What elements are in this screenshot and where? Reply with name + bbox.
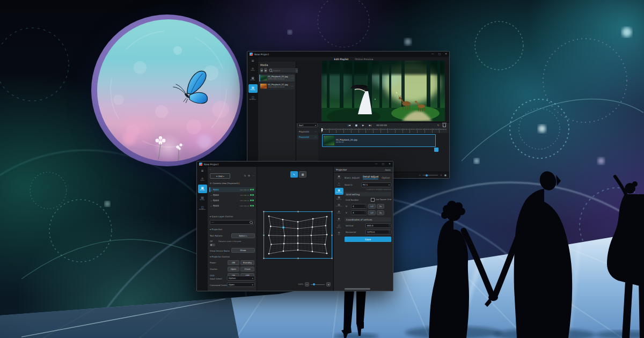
maximize-button[interactable]: □ (382, 163, 384, 166)
selection-rect[interactable] (264, 211, 332, 259)
rail-item-geometry[interactable]: ▦Geometry (335, 188, 343, 195)
collapse-dash-icon[interactable]: — (314, 130, 317, 133)
mesh-vertex[interactable] (312, 251, 313, 253)
mesh-vertex[interactable] (283, 243, 285, 245)
show-device-button[interactable]: Show (231, 248, 255, 253)
fit-view-icon[interactable]: ▣ (444, 174, 447, 177)
save-button[interactable]: Save (345, 237, 391, 242)
v-half-button[interactable]: 1/2 (368, 210, 376, 215)
menu-icon[interactable]: ≡ (251, 58, 254, 62)
clip-end-handle[interactable] (434, 148, 438, 152)
mesh-vertex[interactable] (312, 226, 313, 228)
command-control-dropdown[interactable]: Open▸ (227, 282, 255, 287)
mesh-vertex[interactable] (311, 243, 313, 245)
maximize-button[interactable]: □ (438, 53, 441, 56)
more-icon[interactable]: ⋯ (291, 85, 294, 87)
device-row[interactable]: ▭PJ001192.168.0.8 (209, 187, 255, 192)
playhead[interactable] (321, 128, 323, 131)
mesh-vertex[interactable] (297, 228, 299, 230)
rail-item-masking[interactable]: ▩Masking (335, 195, 343, 202)
sidebar-item-replay[interactable]: ▤Replay (248, 84, 258, 93)
more-icon[interactable]: ⋯ (252, 174, 254, 177)
close-button[interactable]: ✕ (389, 163, 391, 166)
control-button-on[interactable]: ON (228, 260, 239, 265)
mesh-vertex[interactable] (283, 251, 284, 252)
pattern-toggle[interactable] (210, 244, 215, 246)
rail-item-test[interactable]: ⊞Test (335, 231, 343, 238)
h-double-button[interactable]: 2x (377, 204, 384, 209)
h-half-button[interactable]: 1/2 (368, 204, 376, 209)
skip-back-button[interactable]: |◀ (348, 124, 350, 127)
mesh-vertex[interactable] (312, 218, 314, 220)
canvas-zoom-in-button[interactable]: + (326, 282, 331, 286)
skip-forward-button[interactable]: ▶| (369, 124, 371, 127)
media-list-view-button[interactable]: ≡ (264, 68, 267, 72)
mesh-vertex[interactable] (297, 235, 299, 237)
projector-control-header[interactable]: ▾ Projector Control (210, 255, 230, 258)
menu-icon[interactable]: ≡ (201, 168, 203, 172)
media-grid-view-button[interactable]: ⊞ (260, 68, 263, 72)
h-input[interactable]: 4▴▾ (351, 204, 367, 209)
panel-collapse-icon[interactable]: ‹ (210, 168, 211, 171)
media-item[interactable]: 01_Playback_01.jpg1920×1080 00:00:10⋯ (259, 75, 295, 82)
sidebar-item-on-site[interactable]: ▦On-site (248, 75, 258, 83)
square-grid-checkbox[interactable] (371, 198, 375, 202)
input-select-dropdown[interactable]: Option▸ (227, 276, 255, 281)
sidebar-item-home[interactable]: ⌂Home (198, 175, 207, 183)
sort-dropdown[interactable]: Sort▾ (297, 123, 318, 127)
sidebar-item-home[interactable]: ⌂Home (248, 65, 258, 74)
minimize-button[interactable]: — (431, 53, 434, 56)
close-button[interactable]: ✕ (445, 53, 447, 56)
play-button[interactable]: ▶ (362, 124, 364, 127)
view-icon[interactable]: ⊞ (248, 174, 250, 177)
canvas-zoom-slider[interactable] (311, 284, 325, 285)
playlist-row[interactable]: Playlist02— (297, 135, 318, 139)
device-row[interactable]: ▭PJ002192.168.0.8 (209, 193, 255, 197)
quick-layer-select[interactable]: --- (210, 220, 254, 225)
mesh-vertex[interactable] (326, 234, 328, 236)
mesh-vertex[interactable] (268, 253, 270, 255)
mesh-vertex[interactable] (268, 216, 270, 217)
v-input[interactable]: 4▴▾ (351, 210, 367, 215)
sidebar-item-on-site[interactable]: ▦On-site (198, 185, 207, 193)
v-double-button[interactable]: 2x (377, 210, 384, 215)
tab-option[interactable]: Option (382, 177, 390, 179)
loop-icon[interactable]: ↻ (437, 124, 440, 127)
quick-layer-header[interactable]: ▾ Quick Layer Control (210, 215, 233, 218)
save-in-dropdown[interactable]: PC-1▾ (361, 182, 391, 187)
collapse-dash-icon[interactable]: — (314, 136, 317, 138)
canvas-zoom-out-button[interactable]: − (305, 282, 309, 286)
control-button-close[interactable]: Close (240, 267, 254, 271)
mesh-vertex[interactable] (270, 226, 272, 227)
mesh-tool-button[interactable]: ▦ (299, 171, 306, 178)
mesh-vertex[interactable] (325, 225, 327, 226)
vertical-input[interactable]: 800.0▴▾ (365, 223, 391, 228)
select-tool-button[interactable]: ↖ (290, 171, 298, 178)
minimize-button[interactable]: — (375, 163, 378, 166)
rail-item-check[interactable]: ▣Check (335, 174, 343, 181)
mesh-vertex[interactable] (297, 243, 299, 244)
mesh-vertex[interactable] (284, 235, 286, 237)
playlist-row[interactable]: Playlist01— (297, 129, 318, 134)
horizontal-input[interactable]: 1270.0▴▾ (365, 230, 391, 234)
mesh-vertex-selected[interactable] (282, 226, 284, 229)
zoom-out-icon[interactable]: − (419, 174, 421, 177)
stop-button[interactable]: ■ (355, 124, 357, 127)
tree-header[interactable]: ⊞ Contents View [Projector01] (210, 182, 255, 185)
mesh-vertex[interactable] (311, 234, 312, 236)
mesh-vertex[interactable] (268, 234, 270, 236)
warp-mesh[interactable] (264, 212, 332, 258)
tab-basic-adjust[interactable]: Basic Adjust (345, 177, 360, 179)
filter-icon[interactable]: ⇅ (244, 174, 246, 177)
hscrollbar[interactable] (345, 288, 370, 290)
rail-item-lens[interactable]: +Lens (335, 181, 343, 188)
rail-item-image[interactable]: ⚙Image (335, 209, 343, 216)
sidebar-item-database[interactable]: ◫Database (248, 94, 258, 102)
test-pattern-button[interactable]: Select ▸ (231, 233, 255, 238)
device-row[interactable]: ▭PJ003192.168.0.8 (209, 198, 255, 203)
mesh-vertex[interactable] (326, 216, 328, 217)
apply-button[interactable]: Apply (385, 168, 391, 171)
mesh-vertex[interactable] (282, 219, 284, 221)
timeline-clip[interactable]: 01_Playback_01.jpg 00:00:10 (322, 134, 436, 147)
panel-collapse-handle[interactable]: ‹ (296, 68, 298, 73)
